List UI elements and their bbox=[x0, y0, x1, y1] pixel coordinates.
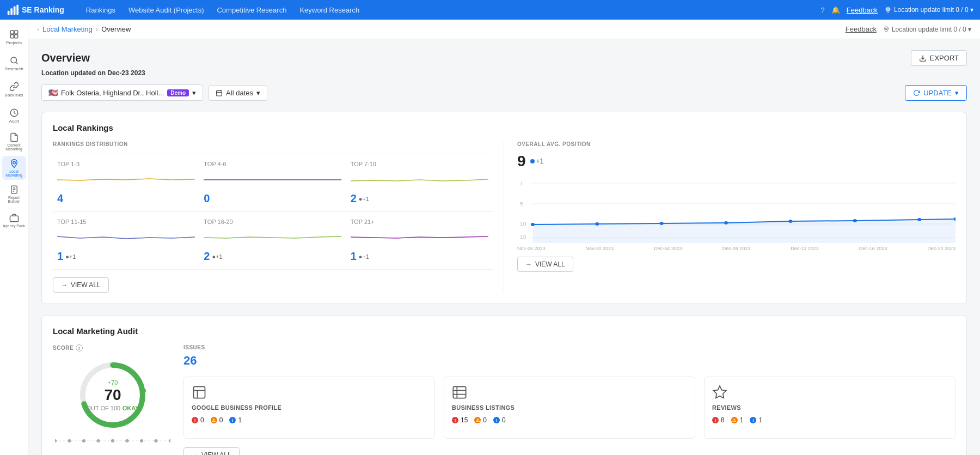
sidebar-item-report[interactable]: Report Builder bbox=[2, 182, 26, 206]
feedback-link[interactable]: Feedback bbox=[847, 6, 878, 14]
dist-cell-top4-6: TOP 4-6 0 bbox=[199, 154, 346, 212]
sidebar-label-projects: Projects bbox=[6, 40, 22, 45]
avg-value: 9 +1 bbox=[517, 153, 955, 170]
svg-point-35 bbox=[788, 220, 792, 223]
location-filter[interactable]: 🇺🇸 Folk Osteria, Highland Dr., Holl... D… bbox=[41, 84, 203, 101]
top-nav-links: Rankings Website Audit (Projects) Compet… bbox=[81, 4, 365, 16]
trend-chart: 1 5 10 15 bbox=[517, 178, 955, 243]
sidebar-label-report: Report Builder bbox=[2, 196, 26, 203]
svg-point-48 bbox=[125, 439, 128, 442]
demo-badge: Demo bbox=[167, 89, 189, 96]
svg-point-32 bbox=[595, 222, 599, 226]
location-limit: Location update limit 0 / 0 ▾ bbox=[884, 6, 973, 14]
sidebar-label-local: Local Marketing bbox=[2, 169, 26, 177]
score-info-icon[interactable]: i bbox=[76, 344, 83, 351]
svg-rect-8 bbox=[14, 34, 17, 38]
info-dot-reviews: i bbox=[750, 417, 756, 423]
audit-title: Local Marketing Audit bbox=[53, 326, 955, 336]
business-listings-stats: ! 15 ⚠ 0 i 0 bbox=[452, 416, 687, 424]
sidebar-label-research: Research bbox=[4, 66, 23, 71]
rankings-view-all-button[interactable]: → VIEW ALL bbox=[53, 277, 109, 293]
svg-point-51 bbox=[169, 439, 170, 442]
warning-dot-reviews: ⚠ bbox=[731, 417, 738, 423]
dates-dropdown-icon: ▾ bbox=[256, 89, 260, 97]
info-dot: i bbox=[229, 417, 236, 423]
sidebar-item-backlinks[interactable]: Backlinks bbox=[2, 77, 26, 101]
business-listings-name: BUSINESS LISTINGS bbox=[452, 404, 687, 411]
svg-point-17 bbox=[885, 28, 887, 29]
sidebar-label-agency: Agency Pack bbox=[3, 224, 25, 228]
brand-logo: SE Ranking bbox=[7, 4, 64, 16]
svg-rect-7 bbox=[10, 34, 14, 38]
nav-rankings[interactable]: Rankings bbox=[81, 4, 121, 16]
svg-point-45 bbox=[82, 439, 85, 442]
nav-keyword[interactable]: Keyword Research bbox=[294, 4, 365, 16]
google-business-stats: ! 0 ⚠ 0 i 1 bbox=[192, 416, 427, 424]
audit-view-all-button[interactable]: → VIEW ALL bbox=[183, 447, 240, 455]
local-rankings-title: Local Rankings bbox=[53, 123, 955, 132]
svg-point-50 bbox=[154, 439, 157, 442]
sidebar-item-projects[interactable]: Projects bbox=[2, 25, 26, 49]
location-name: Folk Osteria, Highland Dr., Holl... bbox=[61, 89, 164, 97]
error-dot: ! bbox=[192, 417, 198, 423]
filter-bar: 🇺🇸 Folk Osteria, Highland Dr., Holl... D… bbox=[41, 84, 967, 101]
svg-point-9 bbox=[11, 57, 17, 63]
location-updated: Location updated on Dec-23 2023 bbox=[41, 69, 967, 77]
warning-dot: ⚠ bbox=[211, 417, 217, 423]
svg-rect-3 bbox=[16, 5, 19, 15]
svg-point-36 bbox=[853, 219, 857, 222]
dist-grid: TOP 1-3 4 TOP 4-6 bbox=[53, 154, 493, 270]
svg-text:10: 10 bbox=[520, 221, 526, 227]
svg-text:1: 1 bbox=[520, 181, 523, 186]
bell-icon[interactable]: 🔔 bbox=[831, 6, 840, 14]
issues-label: ISSUES bbox=[183, 344, 955, 350]
dates-filter[interactable]: All dates ▾ bbox=[209, 85, 267, 101]
google-business-icon bbox=[192, 385, 207, 400]
sidebar-item-audit[interactable]: Audit bbox=[2, 104, 26, 128]
sidebar-item-agency[interactable]: Agency Pack bbox=[2, 208, 26, 232]
svg-point-37 bbox=[917, 218, 921, 221]
sidebar: Projects Research Backlinks Audit Conten… bbox=[0, 20, 28, 455]
dist-cell-top7-10: TOP 7-10 2 ●+1 bbox=[346, 154, 493, 212]
svg-point-33 bbox=[660, 222, 664, 225]
local-rankings-section: Local Rankings RANKINGS DISTRIBUTION TOP… bbox=[41, 112, 967, 304]
breadcrumb-current: Overview bbox=[101, 25, 131, 33]
nav-website-audit[interactable]: Website Audit (Projects) bbox=[123, 4, 209, 16]
sidebar-item-research[interactable]: Research bbox=[2, 51, 26, 75]
page-title: Overview bbox=[41, 52, 90, 64]
audit-section: Local Marketing Audit SCORE i bbox=[41, 315, 967, 455]
nav-competitive[interactable]: Competitive Research bbox=[211, 4, 292, 16]
svg-rect-6 bbox=[14, 31, 17, 34]
business-listings-icon bbox=[452, 385, 467, 400]
breadcrumb-right-actions: Feedback Location update limit 0 / 0 ▾ bbox=[846, 25, 971, 33]
update-dropdown-icon: ▾ bbox=[955, 89, 959, 97]
dist-cell-top21plus: TOP 21+ 1 ●+1 bbox=[346, 212, 493, 270]
sidebar-label-backlinks: Backlinks bbox=[5, 93, 23, 98]
info-dot-listings: i bbox=[493, 417, 500, 423]
breadcrumb-parent[interactable]: Local Marketing bbox=[42, 25, 93, 33]
reviews-icon bbox=[712, 385, 727, 400]
audit-right: ISSUES 26 GOOGLE BUSINESS PROFILE ! 0 bbox=[183, 344, 955, 455]
dist-cell-top1-3: TOP 1-3 4 bbox=[53, 154, 199, 212]
location-limit-breadcrumb[interactable]: Location update limit 0 / 0 ▾ bbox=[883, 26, 971, 33]
svg-point-43 bbox=[55, 439, 57, 442]
svg-point-47 bbox=[111, 439, 114, 442]
reviews-card: REVIEWS ! 8 ⚠ 1 i bbox=[704, 377, 955, 439]
sidebar-item-local[interactable]: Local Marketing bbox=[2, 156, 26, 180]
top-nav: SE Ranking Rankings Website Audit (Proje… bbox=[0, 0, 980, 20]
audit-grid: SCORE i +70 70 OUT OF 100 bbox=[53, 344, 955, 455]
help-icon[interactable]: ? bbox=[821, 6, 825, 14]
breadcrumb-arrow-icon: › bbox=[37, 26, 39, 33]
rankings-avg-position: OVERALL AVG. POSITION 9 +1 1 5 10 15 bbox=[504, 141, 955, 293]
breadcrumb-bar: › Local Marketing › Overview Feedback Lo… bbox=[28, 20, 980, 39]
update-button[interactable]: UPDATE ▾ bbox=[905, 85, 967, 101]
google-business-name: GOOGLE BUSINESS PROFILE bbox=[192, 404, 427, 411]
feedback-button[interactable]: Feedback bbox=[846, 25, 877, 33]
svg-rect-19 bbox=[217, 90, 222, 96]
score-label: SCORE i bbox=[53, 344, 173, 351]
export-button[interactable]: EXPORT bbox=[911, 50, 967, 66]
dist-cell-top16-20: TOP 16-20 2 ●+1 bbox=[199, 212, 346, 270]
sidebar-item-content[interactable]: Content Marketing bbox=[2, 130, 26, 154]
avg-view-all-button[interactable]: → VIEW ALL bbox=[517, 257, 573, 272]
reviews-stats: ! 8 ⚠ 1 i 1 bbox=[712, 416, 947, 424]
